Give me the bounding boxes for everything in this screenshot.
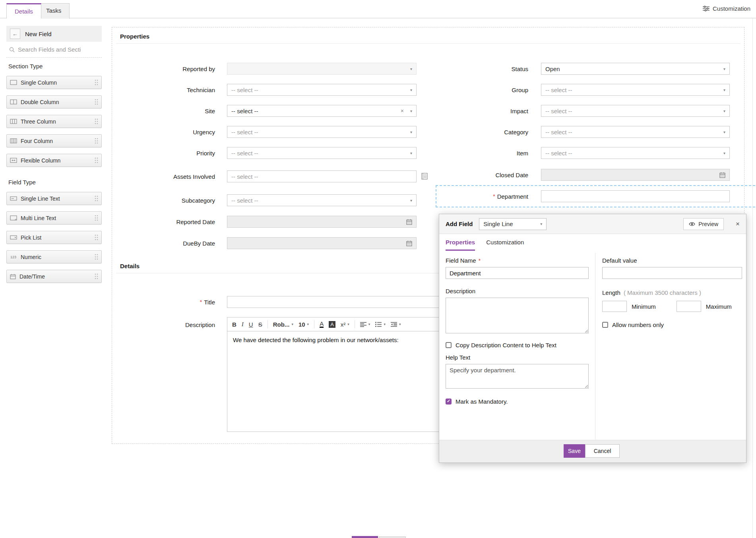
modal-footer: Save Cancel xyxy=(439,440,746,463)
select-control[interactable]: -- select --▾ xyxy=(541,105,730,117)
field-type-item[interactable]: Date/Time xyxy=(6,270,102,283)
close-icon[interactable]: × xyxy=(736,220,740,228)
field-label-text: Site xyxy=(205,108,215,114)
drag-handle-icon[interactable] xyxy=(95,118,98,124)
drag-handle-icon[interactable] xyxy=(95,99,98,105)
section-type-item[interactable]: Single Column xyxy=(6,76,102,89)
superscript-dropdown[interactable]: x²▾ xyxy=(341,321,349,328)
list-dropdown[interactable]: ▾ xyxy=(375,322,386,327)
drag-handle-icon[interactable] xyxy=(95,79,98,85)
content-right-edge xyxy=(752,0,753,538)
select-control[interactable]: -- select --▾ xyxy=(541,84,730,96)
customization-button[interactable]: Customization xyxy=(703,5,750,12)
default-value-label: Default value xyxy=(602,257,742,264)
field-type-select[interactable]: Single Line▾ xyxy=(479,218,547,230)
back-arrow-button[interactable]: ← xyxy=(10,29,20,39)
drag-handle-icon[interactable] xyxy=(95,234,98,240)
form-field-row: Site -- select --×▾ xyxy=(112,105,434,117)
drag-handle-icon[interactable] xyxy=(95,254,98,260)
preview-button[interactable]: Preview xyxy=(683,218,724,230)
drag-handle-icon[interactable] xyxy=(95,215,98,221)
italic-button[interactable]: I xyxy=(242,321,244,328)
field-type-item[interactable]: Multi Line Text xyxy=(6,211,102,224)
field-label: Item xyxy=(432,150,528,157)
help-text-label: Help Text xyxy=(446,354,589,361)
mandatory-label: Mark as Mandatory. xyxy=(456,398,508,405)
form-field-row: * Department xyxy=(432,190,745,202)
select-control[interactable]: -- select --▾ xyxy=(227,84,417,96)
date-field-disabled xyxy=(541,169,730,181)
field-type-item[interactable]: Pick List xyxy=(6,231,102,244)
cancel-button[interactable]: Cancel xyxy=(585,444,620,458)
field-label-text: Department xyxy=(497,193,528,200)
text-color-button[interactable]: A xyxy=(320,321,324,328)
chevron-down-icon: ▾ xyxy=(410,130,412,134)
bold-button[interactable]: B xyxy=(232,321,236,328)
department-input[interactable] xyxy=(541,190,730,202)
copy-help-checkbox-row: Copy Description Content to Help Text xyxy=(446,342,589,348)
strikethrough-button[interactable]: S xyxy=(258,321,262,328)
help-text-textarea[interactable]: Specify your department. xyxy=(446,364,589,389)
drag-handle-icon[interactable] xyxy=(95,195,98,201)
indent-dropdown[interactable]: ▾ xyxy=(391,322,401,327)
field-name-input[interactable] xyxy=(446,267,589,279)
form-field-row: Technician -- select --▾ xyxy=(112,84,434,96)
modal-column-divider xyxy=(595,253,595,439)
select-control[interactable]: -- select --▾ xyxy=(227,194,417,206)
drag-handle-icon[interactable] xyxy=(95,273,98,279)
background-color-button[interactable]: A xyxy=(329,321,335,328)
select-control[interactable]: -- select --▾ xyxy=(227,147,417,159)
toolbar-divider xyxy=(268,320,268,328)
maximum-input[interactable] xyxy=(677,301,701,312)
minimum-label: Minimum xyxy=(632,303,656,310)
section-type-item[interactable]: Four Column xyxy=(6,134,102,147)
mandatory-checkbox[interactable] xyxy=(446,399,452,404)
font-family-dropdown[interactable]: Rob...▾ xyxy=(273,321,293,328)
modal-left-column: Field Name* Description Copy Description… xyxy=(446,257,589,405)
drag-handle-icon[interactable] xyxy=(95,157,98,163)
save-button[interactable]: Save xyxy=(564,444,585,458)
form-field-row: Assets Involved -- select -- xyxy=(112,170,434,182)
field-type-item[interactable]: Single Line Text xyxy=(6,192,102,205)
modal-description-textarea[interactable] xyxy=(446,298,589,333)
field-label: Reported by xyxy=(112,66,215,72)
select-control[interactable]: -- select --▾ xyxy=(541,147,730,159)
font-size-dropdown[interactable]: 10▾ xyxy=(299,321,309,328)
tab-tasks[interactable]: Tasks xyxy=(38,3,70,19)
search-fields-input[interactable] xyxy=(18,46,95,53)
section-type-item[interactable]: Three Column xyxy=(6,115,102,128)
field-label-text: Impact xyxy=(510,108,528,114)
modal-tab-customization[interactable]: Customization xyxy=(486,239,524,251)
save-button-partial[interactable] xyxy=(352,536,378,538)
clear-icon[interactable]: × xyxy=(401,108,404,114)
field-type-item[interactable]: 123 Numeric xyxy=(6,250,102,263)
modal-tab-properties[interactable]: Properties xyxy=(446,239,475,251)
underline-button[interactable]: U xyxy=(249,321,253,328)
chevron-down-icon: ▾ xyxy=(347,322,349,326)
copy-help-checkbox[interactable] xyxy=(446,342,452,348)
field-label-text: Group xyxy=(512,87,528,93)
section-type-item[interactable]: Flexible Column xyxy=(6,154,102,167)
double-column-icon xyxy=(10,99,17,105)
field-label-text: Reported Date xyxy=(176,219,215,225)
cancel-button-partial[interactable] xyxy=(379,536,406,538)
select-control[interactable]: -- select --▾ xyxy=(541,126,730,138)
section-type-item[interactable]: Double Column xyxy=(6,95,102,108)
align-dropdown[interactable]: ▾ xyxy=(360,322,370,327)
select-control[interactable]: Open▾ xyxy=(541,63,730,75)
section-type-item-label: Double Column xyxy=(21,99,59,105)
tab-details[interactable]: Details xyxy=(6,3,41,19)
minimum-input[interactable] xyxy=(602,301,627,312)
drag-handle-icon[interactable] xyxy=(95,138,98,144)
asset-picker-icon[interactable] xyxy=(421,173,428,180)
default-value-input[interactable] xyxy=(602,267,742,279)
form-field-row: DueBy Date xyxy=(112,237,434,249)
field-label: DueBy Date xyxy=(112,240,215,247)
svg-text:123: 123 xyxy=(10,255,16,259)
chevron-down-icon: ▾ xyxy=(307,322,309,326)
asset-select-control[interactable]: -- select -- xyxy=(227,170,417,182)
allow-numbers-checkbox[interactable] xyxy=(602,322,608,328)
select-control[interactable]: -- select --×▾ xyxy=(227,105,417,117)
chevron-down-icon: ▾ xyxy=(410,67,412,71)
select-control[interactable]: -- select --▾ xyxy=(227,126,417,138)
